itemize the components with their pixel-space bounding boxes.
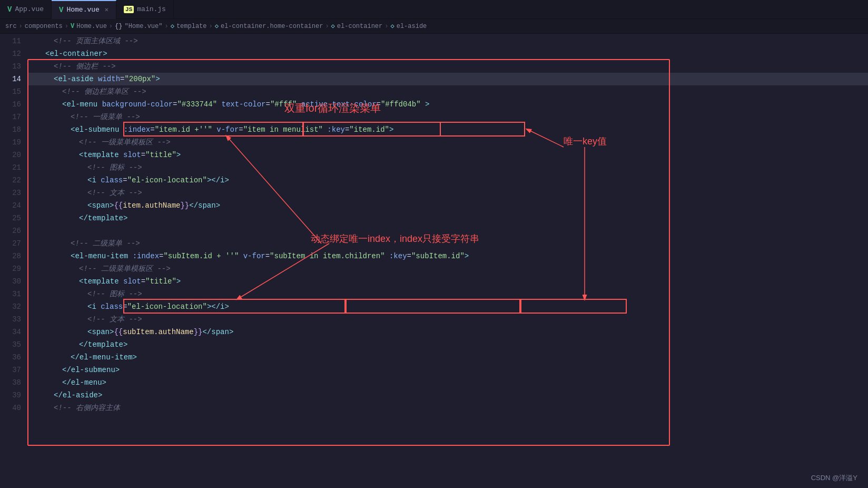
- tab-app-vue[interactable]: V App.vue: [0, 0, 52, 19]
- code-line-17: <!-- 一级菜单 -->: [28, 111, 868, 123]
- code-line-36: </el-menu-item>: [28, 351, 868, 364]
- tab-bar: V App.vue V Home.vue ✕ JS main.js: [0, 0, 868, 19]
- code-line-37: </el-submenu>: [28, 364, 868, 376]
- line-numbers: 11 12 13 14 15 16 17 18 19 20 21 22 23 2…: [0, 34, 26, 488]
- code-line-35: </template>: [28, 338, 868, 351]
- code-line-29: <!-- 二级菜单模板区 -->: [28, 262, 868, 275]
- code-line-27: <!-- 二级菜单 -->: [28, 237, 868, 250]
- code-line-33: <!-- 文本 -->: [28, 313, 868, 326]
- code-line-15: <!-- 侧边栏菜单区 -->: [28, 85, 868, 98]
- tab-home-vue[interactable]: V Home.vue ✕: [52, 0, 116, 19]
- code-line-34: <span> {{subItem.authName}} </span>: [28, 326, 868, 338]
- watermark: CSDN @洋溢Y: [811, 473, 857, 483]
- code-line-11: <!-- 页面主体区域 -->: [28, 35, 868, 47]
- code-line-26: [28, 225, 868, 237]
- code-line-38: </el-menu>: [28, 376, 868, 389]
- tab-label: Home.vue: [66, 6, 99, 14]
- code-line-32: <i class="el-icon-location" ></i>: [28, 300, 868, 313]
- editor-area: 11 12 13 14 15 16 17 18 19 20 21 22 23 2…: [0, 34, 868, 488]
- code-line-39: </el-aside>: [28, 389, 868, 402]
- code-line-12: <el-container>: [28, 47, 868, 60]
- code-line-25: </template>: [28, 212, 868, 225]
- tab-label: App.vue: [15, 5, 44, 13]
- vue-icon: V: [7, 5, 12, 14]
- code-line-22: <i class="el-icon-location" ></i>: [28, 174, 868, 187]
- close-icon[interactable]: ✕: [105, 6, 108, 14]
- code-line-13: <!-- 侧边栏 -->: [28, 60, 868, 73]
- code-line-24: <span> {{item.authName}} </span>: [28, 199, 868, 212]
- code-content: <!-- 页面主体区域 --> <el-container> <!-- 侧边栏 …: [26, 34, 868, 488]
- code-line-20: <template slot="title" >: [28, 149, 868, 161]
- code-line-19: <!-- 一级菜单模板区 -->: [28, 136, 868, 149]
- code-line-21: <!-- 图标 -->: [28, 161, 868, 174]
- code-line-31: <!-- 图标 -->: [28, 288, 868, 300]
- code-line-40: <!-- 右侧内容主体: [28, 402, 868, 414]
- vue-icon: V: [59, 6, 63, 14]
- code-line-14: <el-aside width="200px" >: [28, 73, 868, 85]
- code-line-28: <el-menu-item :index="subItem.id + ''" v…: [28, 250, 868, 262]
- code-line-30: <template slot="title" >: [28, 275, 868, 288]
- code-line-18: <el-submenu :index="item.id +''" v-for="…: [28, 123, 868, 136]
- js-icon: JS: [124, 6, 134, 13]
- code-line-23: <!-- 文本 -->: [28, 187, 868, 199]
- tab-label: main.js: [137, 5, 166, 13]
- code-line-16: <el-menu background-color="#333744" text…: [28, 98, 868, 111]
- tab-main-js[interactable]: JS main.js: [116, 0, 174, 19]
- breadcrumb: src › components › V Home.vue › {} "Home…: [0, 19, 868, 34]
